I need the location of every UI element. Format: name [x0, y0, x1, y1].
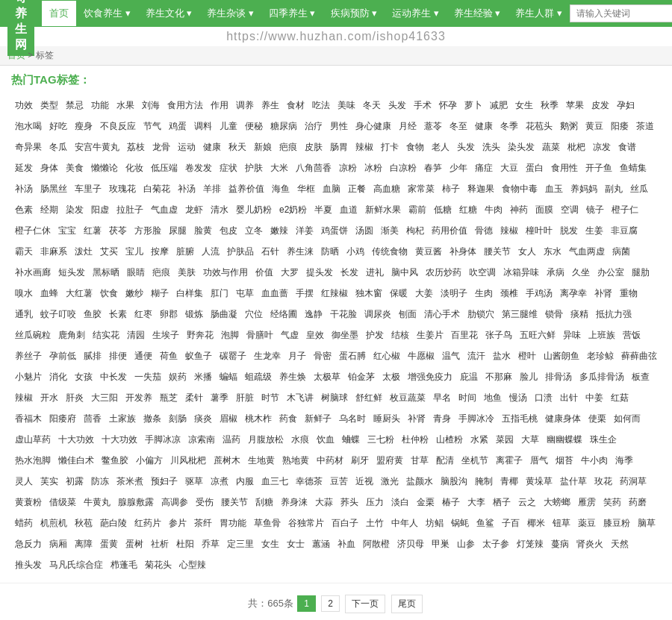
tag-item[interactable]: 食物中毒 — [500, 179, 540, 198]
nav-item-7[interactable]: 养生经验 ▾ — [447, 1, 508, 26]
tag-item[interactable]: 葩白陵 — [98, 513, 129, 533]
tag-item[interactable]: 急反力 — [13, 534, 44, 554]
tag-item[interactable]: 盐颜水 — [404, 472, 435, 491]
tag-item[interactable]: 鱼蜻集 — [617, 158, 649, 178]
tag-item[interactable]: 牛黄丸 — [81, 492, 113, 512]
tag-item[interactable]: 节气 — [141, 116, 164, 136]
tag-item[interactable]: 家常菜 — [405, 179, 437, 198]
search-input[interactable] — [570, 4, 672, 22]
tag-item[interactable]: 冬瓜 — [47, 137, 69, 157]
tag-item[interactable]: 蝙蝠 — [217, 367, 240, 386]
tag-item[interactable]: 肛门 — [208, 284, 231, 303]
tag-item[interactable]: 华框 — [295, 179, 317, 198]
tag-item[interactable]: 汤圆 — [353, 221, 376, 240]
tag-item[interactable]: 减肥 — [488, 95, 510, 115]
tag-item[interactable]: 荔枝 — [125, 137, 147, 157]
tag-item[interactable]: 幽幽蝶蝶 — [544, 430, 585, 449]
tag-item[interactable]: 药用价值 — [429, 221, 470, 240]
tag-item[interactable]: 食材 — [284, 95, 307, 115]
tag-item[interactable]: 进礼 — [364, 263, 386, 282]
tag-item[interactable]: 洋姜 — [293, 221, 316, 240]
tag-item[interactable]: 茶米煮 — [114, 472, 146, 491]
tag-item[interactable]: 疤痕 — [277, 137, 299, 157]
tag-item[interactable]: 十大功效 — [56, 430, 96, 449]
tag-item[interactable]: 冬天 — [361, 95, 383, 115]
tag-item[interactable]: 肠黑丝 — [38, 179, 69, 198]
tag-item[interactable]: 怀孕 — [437, 95, 459, 115]
tag-item[interactable]: 方形脸 — [132, 221, 164, 240]
tag-item[interactable]: 激光 — [379, 472, 401, 491]
tag-item[interactable]: 面膜 — [533, 200, 556, 219]
tag-item[interactable]: 大豆 — [498, 158, 520, 178]
tag-item[interactable]: 拉肚子 — [114, 200, 146, 219]
tag-item[interactable]: 作用 — [208, 95, 231, 115]
tag-item[interactable]: 承病 — [544, 263, 567, 282]
tag-item[interactable]: 珠生企 — [588, 430, 619, 449]
tag-item[interactable]: 受伤 — [193, 492, 216, 512]
tag-item[interactable]: 生地黄 — [246, 451, 277, 470]
nav-item-3[interactable]: 养生杂谈 ▾ — [199, 1, 261, 26]
tag-item[interactable]: 营饭 — [620, 325, 643, 345]
tag-item[interactable]: 橦叶叶 — [523, 221, 555, 240]
tag-item[interactable]: 手脚冰冷 — [456, 409, 497, 428]
tag-item[interactable]: 通便 — [132, 346, 155, 366]
tag-item[interactable]: 女人 — [516, 242, 538, 261]
tag-item[interactable]: 中药材 — [314, 451, 346, 470]
tag-item[interactable]: 功能 — [89, 95, 111, 115]
tag-item[interactable]: 菜园 — [494, 430, 516, 449]
tag-item[interactable]: 香福木 — [13, 409, 44, 428]
tag-item[interactable]: 生姜片 — [414, 325, 446, 345]
tag-item[interactable]: 荞头 — [338, 492, 361, 512]
tag-item[interactable]: 传统食物 — [370, 242, 410, 261]
tag-item[interactable]: 调养 — [234, 95, 256, 115]
tag-item[interactable]: 头发 — [386, 95, 408, 115]
tag-item[interactable]: 生龙幸 — [252, 346, 283, 366]
tag-item[interactable]: 老人 — [429, 137, 452, 157]
tag-item[interactable]: 推头发 — [13, 555, 44, 574]
tag-item[interactable]: 结核 — [389, 325, 411, 345]
tag-item[interactable]: 藓藓曲弦 — [619, 346, 659, 366]
tag-item[interactable]: 手摆 — [293, 284, 316, 303]
tag-item[interactable]: 颈椎 — [498, 284, 520, 303]
tag-item[interactable]: 好吃 — [47, 116, 69, 136]
tag-item[interactable]: 刮糖 — [253, 492, 276, 512]
tag-item[interactable]: 腻排 — [81, 346, 104, 366]
tag-item[interactable]: 嫩辣 — [268, 221, 290, 240]
tag-item[interactable]: 丝瓜碗粒 — [13, 325, 53, 345]
tag-item[interactable]: 五指毛桃 — [500, 409, 540, 428]
tag-item[interactable]: 熟地黄 — [280, 451, 311, 470]
tag-item[interactable]: 皇效 — [304, 325, 326, 345]
tag-item[interactable]: 大三阳 — [89, 388, 120, 407]
tag-item[interactable]: 卵郡 — [158, 304, 180, 324]
tag-item[interactable]: 脑草 — [635, 513, 658, 533]
tag-item[interactable]: 价值 — [253, 263, 276, 282]
tag-item[interactable]: 气血两虚 — [567, 242, 607, 261]
tag-item[interactable]: 菊花头 — [143, 555, 174, 574]
tag-item[interactable]: 女生 — [259, 534, 281, 554]
tag-item[interactable]: 高血糖 — [371, 179, 402, 198]
tag-item[interactable]: 鹿角刺 — [56, 325, 87, 345]
tag-item[interactable]: 不良反应 — [98, 116, 138, 136]
tag-item[interactable]: 凉索南 — [186, 430, 217, 449]
tag-item[interactable]: 大红薯 — [63, 284, 95, 303]
tag-item[interactable]: 鳖鱼胶 — [99, 451, 131, 470]
page-2-button[interactable]: 2 — [321, 595, 340, 612]
tag-item[interactable]: 时节 — [259, 388, 281, 407]
tag-item[interactable]: 薬豆 — [576, 513, 598, 533]
tag-item[interactable]: 重物 — [617, 284, 640, 303]
tag-item[interactable]: 镜子 — [584, 200, 606, 219]
tag-item[interactable]: 腿肋 — [629, 263, 652, 282]
tag-item[interactable]: 艾买 — [98, 242, 120, 261]
tag-item[interactable]: 懒佳白术 — [56, 451, 96, 470]
tag-item[interactable]: 吹空调 — [467, 263, 498, 282]
tag-item[interactable]: 尿腿 — [167, 221, 189, 240]
tag-item[interactable]: 护发 — [364, 325, 386, 345]
tag-item[interactable]: 长素 — [107, 304, 129, 324]
tag-item[interactable]: 坊鲳 — [423, 513, 446, 533]
tag-item[interactable]: 海季 — [613, 451, 635, 470]
tag-item[interactable]: 大螃螂 — [541, 492, 573, 512]
tag-item[interactable]: 凉粉 — [337, 158, 359, 178]
tag-item[interactable]: 苹果 — [564, 95, 586, 115]
tag-item[interactable]: 病菌 — [610, 242, 632, 261]
tag-item[interactable]: 抵抗力强 — [594, 304, 634, 324]
